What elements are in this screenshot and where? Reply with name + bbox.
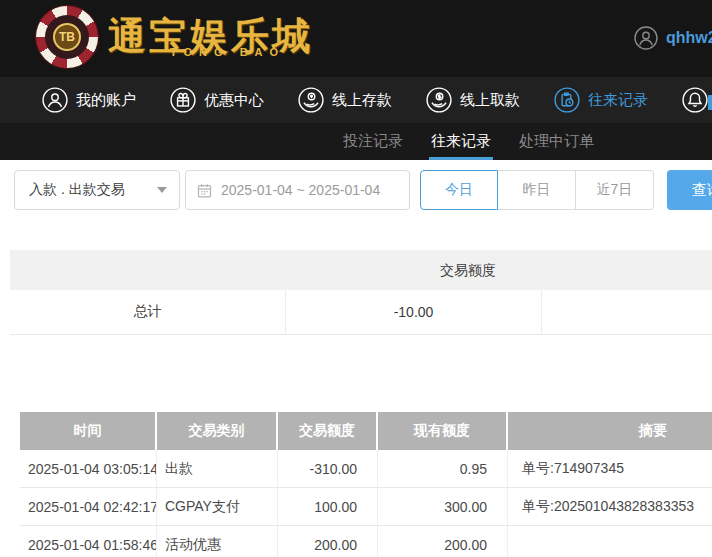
table-row: 2025-01-04 01:58:46 活动优惠 200.00 200.00 bbox=[20, 526, 712, 557]
tab-pending-orders[interactable]: 处理中订单 bbox=[519, 123, 594, 160]
nav-item-notifications[interactable] bbox=[682, 87, 708, 113]
yesterday-button[interactable]: 昨日 bbox=[498, 170, 576, 210]
nav-item-my-account[interactable]: 我的账户 bbox=[42, 87, 136, 113]
cell-type: 活动优惠 bbox=[157, 526, 278, 557]
tab-bet-records[interactable]: 投注记录 bbox=[343, 123, 403, 160]
cell-time: 2025-01-04 01:58:46 bbox=[20, 526, 157, 557]
brand-logo[interactable]: TB 通宝娱乐城 TONG BAO bbox=[36, 6, 313, 68]
username: qhhw2 bbox=[666, 29, 712, 47]
cell-amount: -310.00 bbox=[278, 450, 378, 487]
cell-type: 出款 bbox=[157, 450, 278, 487]
nav-item-transaction-records[interactable]: 往来记录 bbox=[554, 87, 648, 113]
summary-table: 交易额度 总计 -10.00 bbox=[10, 250, 712, 335]
transactions-header-row: 时间 交易类别 交易额度 现有额度 摘要 bbox=[20, 412, 712, 450]
search-button[interactable]: 查询 bbox=[667, 170, 712, 210]
last-7-days-button[interactable]: 近7日 bbox=[576, 170, 654, 210]
column-header-amount: 交易额度 bbox=[278, 412, 378, 450]
record-tabs: 投注记录 往来记录 处理中订单 bbox=[343, 123, 594, 160]
cell-amount: 200.00 bbox=[278, 526, 378, 557]
column-header-type: 交易类别 bbox=[157, 412, 278, 450]
chip-label: TB bbox=[53, 23, 81, 51]
brand-subtitle: TONG BAO bbox=[108, 47, 313, 58]
cell-memo: 单号:202501043828383353 bbox=[508, 488, 712, 525]
clipped-nav-text-fragment bbox=[708, 95, 712, 110]
nav-label: 往来记录 bbox=[588, 91, 648, 110]
cell-memo bbox=[508, 526, 712, 557]
nav-label: 优惠中心 bbox=[204, 91, 264, 110]
gift-icon bbox=[170, 87, 196, 113]
cell-memo: 单号:714907345 bbox=[508, 450, 712, 487]
summary-total-row: 总计 -10.00 bbox=[10, 290, 712, 335]
nav-item-promotions[interactable]: 优惠中心 bbox=[170, 87, 264, 113]
quick-date-button-group: 今日 昨日 近7日 bbox=[420, 170, 654, 210]
table-row: 2025-01-04 02:42:17 CGPAY支付 100.00 300.0… bbox=[20, 488, 712, 526]
cell-balance: 200.00 bbox=[378, 526, 508, 557]
main-nav: 我的账户 优惠中心 线上存款 bbox=[0, 77, 712, 123]
bell-icon bbox=[682, 87, 708, 113]
top-bar: TB 通宝娱乐城 TONG BAO qhhw2 bbox=[0, 0, 712, 77]
cell-time: 2025-01-04 03:05:14 bbox=[20, 450, 157, 487]
date-range-input[interactable]: 2025-01-04 ~ 2025-01-04 bbox=[185, 170, 410, 210]
nav-item-deposit[interactable]: 线上存款 bbox=[298, 87, 392, 113]
transactions-table: 时间 交易类别 交易额度 现有额度 摘要 2025-01-04 03:05:14… bbox=[20, 412, 712, 557]
nav-label: 线上取款 bbox=[460, 91, 520, 110]
summary-header-label: 交易额度 bbox=[318, 250, 618, 290]
table-row: 2025-01-04 03:05:14 出款 -310.00 0.95 单号:7… bbox=[20, 450, 712, 488]
user-icon bbox=[42, 87, 68, 113]
summary-empty-cell bbox=[542, 290, 712, 334]
withdraw-icon bbox=[426, 87, 452, 113]
cell-balance: 0.95 bbox=[378, 450, 508, 487]
cell-balance: 300.00 bbox=[378, 488, 508, 525]
records-icon bbox=[554, 87, 580, 113]
cell-time: 2025-01-04 02:42:17 bbox=[20, 488, 157, 525]
column-header-memo: 摘要 bbox=[508, 412, 712, 450]
tab-transaction-records[interactable]: 往来记录 bbox=[431, 123, 491, 160]
calendar-icon bbox=[196, 182, 213, 199]
column-header-time: 时间 bbox=[20, 412, 157, 450]
casino-chip-icon: TB bbox=[36, 6, 98, 68]
chevron-down-icon bbox=[157, 187, 167, 193]
user-avatar-icon bbox=[634, 26, 658, 50]
transaction-type-select[interactable]: 入款 . 出款交易 bbox=[14, 170, 180, 210]
user-account[interactable]: qhhw2 bbox=[634, 26, 712, 50]
sub-nav: 投注记录 往来记录 处理中订单 bbox=[0, 123, 712, 160]
nav-label: 我的账户 bbox=[76, 91, 136, 110]
summary-header-row: 交易额度 bbox=[10, 250, 712, 290]
nav-label: 线上存款 bbox=[332, 91, 392, 110]
summary-total-label: 总计 bbox=[10, 290, 286, 334]
nav-item-withdraw[interactable]: 线上取款 bbox=[426, 87, 520, 113]
cell-amount: 100.00 bbox=[278, 488, 378, 525]
today-button[interactable]: 今日 bbox=[420, 170, 498, 210]
select-value: 入款 . 出款交易 bbox=[29, 181, 125, 199]
deposit-icon bbox=[298, 87, 324, 113]
cell-type: CGPAY支付 bbox=[157, 488, 278, 525]
app-window: TB 通宝娱乐城 TONG BAO qhhw2 我的账户 bbox=[0, 0, 712, 557]
column-header-balance: 现有额度 bbox=[378, 412, 508, 450]
date-range-value: 2025-01-04 ~ 2025-01-04 bbox=[221, 182, 380, 198]
summary-total-value: -10.00 bbox=[286, 290, 542, 334]
